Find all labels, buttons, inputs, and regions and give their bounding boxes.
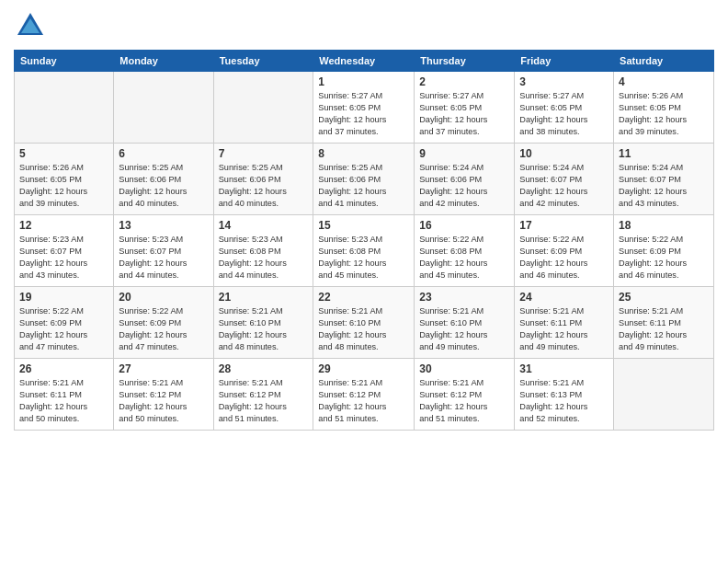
calendar-cell: 23Sunrise: 5:21 AM Sunset: 6:10 PM Dayli… bbox=[415, 287, 515, 359]
calendar-cell: 7Sunrise: 5:25 AM Sunset: 6:06 PM Daylig… bbox=[213, 144, 313, 215]
day-info: Sunrise: 5:22 AM Sunset: 6:09 PM Dayligh… bbox=[119, 305, 208, 353]
day-number: 7 bbox=[219, 147, 309, 160]
day-info: Sunrise: 5:21 AM Sunset: 6:13 PM Dayligh… bbox=[519, 377, 609, 425]
week-row-3: 12Sunrise: 5:23 AM Sunset: 6:07 PM Dayli… bbox=[15, 215, 714, 287]
calendar-cell bbox=[15, 72, 114, 144]
calendar-cell: 9Sunrise: 5:24 AM Sunset: 6:06 PM Daylig… bbox=[415, 144, 515, 215]
calendar-cell: 15Sunrise: 5:23 AM Sunset: 6:08 PM Dayli… bbox=[313, 215, 415, 287]
page: Sunday Monday Tuesday Wednesday Thursday… bbox=[0, 0, 728, 563]
day-info: Sunrise: 5:21 AM Sunset: 6:12 PM Dayligh… bbox=[419, 377, 509, 425]
calendar-cell: 28Sunrise: 5:21 AM Sunset: 6:12 PM Dayli… bbox=[213, 359, 313, 431]
day-number: 18 bbox=[619, 219, 709, 232]
day-info: Sunrise: 5:21 AM Sunset: 6:10 PM Dayligh… bbox=[419, 305, 509, 353]
day-info: Sunrise: 5:22 AM Sunset: 6:09 PM Dayligh… bbox=[619, 234, 709, 282]
day-info: Sunrise: 5:23 AM Sunset: 6:07 PM Dayligh… bbox=[119, 234, 208, 282]
day-info: Sunrise: 5:22 AM Sunset: 6:09 PM Dayligh… bbox=[19, 305, 108, 353]
calendar-cell: 10Sunrise: 5:24 AM Sunset: 6:07 PM Dayli… bbox=[515, 144, 614, 215]
day-info: Sunrise: 5:24 AM Sunset: 6:07 PM Dayligh… bbox=[519, 162, 609, 210]
day-number: 12 bbox=[19, 219, 108, 232]
day-number: 30 bbox=[419, 362, 509, 375]
day-number: 22 bbox=[318, 291, 409, 304]
weekday-header-row: Sunday Monday Tuesday Wednesday Thursday… bbox=[15, 51, 714, 72]
logo bbox=[14, 9, 51, 42]
th-saturday: Saturday bbox=[614, 51, 714, 72]
calendar-cell: 14Sunrise: 5:23 AM Sunset: 6:08 PM Dayli… bbox=[213, 215, 313, 287]
day-number: 31 bbox=[519, 362, 609, 375]
day-info: Sunrise: 5:27 AM Sunset: 6:05 PM Dayligh… bbox=[519, 90, 609, 138]
calendar-cell: 3Sunrise: 5:27 AM Sunset: 6:05 PM Daylig… bbox=[515, 72, 614, 144]
day-info: Sunrise: 5:25 AM Sunset: 6:06 PM Dayligh… bbox=[219, 162, 309, 210]
calendar-cell: 6Sunrise: 5:25 AM Sunset: 6:06 PM Daylig… bbox=[114, 144, 213, 215]
day-number: 28 bbox=[219, 362, 309, 375]
day-number: 6 bbox=[119, 147, 208, 160]
day-number: 29 bbox=[318, 362, 409, 375]
logo-icon bbox=[14, 9, 47, 42]
day-info: Sunrise: 5:22 AM Sunset: 6:08 PM Dayligh… bbox=[419, 234, 509, 282]
day-info: Sunrise: 5:26 AM Sunset: 6:05 PM Dayligh… bbox=[619, 90, 709, 138]
day-number: 24 bbox=[519, 291, 609, 304]
day-info: Sunrise: 5:21 AM Sunset: 6:10 PM Dayligh… bbox=[318, 305, 409, 353]
calendar-cell: 2Sunrise: 5:27 AM Sunset: 6:05 PM Daylig… bbox=[415, 72, 515, 144]
day-number: 27 bbox=[119, 362, 208, 375]
day-info: Sunrise: 5:21 AM Sunset: 6:12 PM Dayligh… bbox=[119, 377, 208, 425]
day-info: Sunrise: 5:24 AM Sunset: 6:06 PM Dayligh… bbox=[419, 162, 509, 210]
day-info: Sunrise: 5:21 AM Sunset: 6:11 PM Dayligh… bbox=[619, 305, 709, 353]
day-number: 17 bbox=[519, 219, 609, 232]
week-row-2: 5Sunrise: 5:26 AM Sunset: 6:05 PM Daylig… bbox=[15, 144, 714, 215]
th-thursday: Thursday bbox=[415, 51, 515, 72]
th-tuesday: Tuesday bbox=[213, 51, 313, 72]
calendar-cell: 12Sunrise: 5:23 AM Sunset: 6:07 PM Dayli… bbox=[15, 215, 114, 287]
calendar-cell: 26Sunrise: 5:21 AM Sunset: 6:11 PM Dayli… bbox=[15, 359, 114, 431]
day-info: Sunrise: 5:24 AM Sunset: 6:07 PM Dayligh… bbox=[619, 162, 709, 210]
day-number: 8 bbox=[318, 147, 409, 160]
day-number: 9 bbox=[419, 147, 509, 160]
week-row-5: 26Sunrise: 5:21 AM Sunset: 6:11 PM Dayli… bbox=[15, 359, 714, 431]
day-info: Sunrise: 5:21 AM Sunset: 6:12 PM Dayligh… bbox=[219, 377, 309, 425]
calendar-cell: 19Sunrise: 5:22 AM Sunset: 6:09 PM Dayli… bbox=[15, 287, 114, 359]
calendar-cell: 20Sunrise: 5:22 AM Sunset: 6:09 PM Dayli… bbox=[114, 287, 213, 359]
day-number: 25 bbox=[619, 291, 709, 304]
day-info: Sunrise: 5:21 AM Sunset: 6:11 PM Dayligh… bbox=[519, 305, 609, 353]
day-number: 26 bbox=[19, 362, 108, 375]
calendar-cell bbox=[114, 72, 213, 144]
calendar-cell: 22Sunrise: 5:21 AM Sunset: 6:10 PM Dayli… bbox=[313, 287, 415, 359]
week-row-4: 19Sunrise: 5:22 AM Sunset: 6:09 PM Dayli… bbox=[15, 287, 714, 359]
calendar-cell bbox=[213, 72, 313, 144]
day-info: Sunrise: 5:21 AM Sunset: 6:11 PM Dayligh… bbox=[19, 377, 108, 425]
header bbox=[14, 9, 714, 42]
day-number: 2 bbox=[419, 75, 509, 88]
week-row-1: 1Sunrise: 5:27 AM Sunset: 6:05 PM Daylig… bbox=[15, 72, 714, 144]
calendar-cell: 21Sunrise: 5:21 AM Sunset: 6:10 PM Dayli… bbox=[213, 287, 313, 359]
calendar-cell: 5Sunrise: 5:26 AM Sunset: 6:05 PM Daylig… bbox=[15, 144, 114, 215]
day-number: 19 bbox=[19, 291, 108, 304]
th-monday: Monday bbox=[114, 51, 213, 72]
calendar-cell: 18Sunrise: 5:22 AM Sunset: 6:09 PM Dayli… bbox=[614, 215, 714, 287]
day-number: 10 bbox=[519, 147, 609, 160]
day-info: Sunrise: 5:21 AM Sunset: 6:10 PM Dayligh… bbox=[219, 305, 309, 353]
day-number: 1 bbox=[318, 75, 409, 88]
day-number: 5 bbox=[19, 147, 108, 160]
day-number: 23 bbox=[419, 291, 509, 304]
day-number: 14 bbox=[219, 219, 309, 232]
calendar-cell: 17Sunrise: 5:22 AM Sunset: 6:09 PM Dayli… bbox=[515, 215, 614, 287]
calendar: Sunday Monday Tuesday Wednesday Thursday… bbox=[14, 50, 714, 431]
calendar-cell: 4Sunrise: 5:26 AM Sunset: 6:05 PM Daylig… bbox=[614, 72, 714, 144]
day-info: Sunrise: 5:25 AM Sunset: 6:06 PM Dayligh… bbox=[119, 162, 208, 210]
th-friday: Friday bbox=[515, 51, 614, 72]
day-info: Sunrise: 5:25 AM Sunset: 6:06 PM Dayligh… bbox=[318, 162, 409, 210]
day-number: 15 bbox=[318, 219, 409, 232]
day-number: 4 bbox=[619, 75, 709, 88]
day-number: 16 bbox=[419, 219, 509, 232]
day-number: 11 bbox=[619, 147, 709, 160]
calendar-cell: 31Sunrise: 5:21 AM Sunset: 6:13 PM Dayli… bbox=[515, 359, 614, 431]
day-info: Sunrise: 5:27 AM Sunset: 6:05 PM Dayligh… bbox=[419, 90, 509, 138]
calendar-cell: 16Sunrise: 5:22 AM Sunset: 6:08 PM Dayli… bbox=[415, 215, 515, 287]
calendar-cell: 29Sunrise: 5:21 AM Sunset: 6:12 PM Dayli… bbox=[313, 359, 415, 431]
th-wednesday: Wednesday bbox=[313, 51, 415, 72]
calendar-cell: 8Sunrise: 5:25 AM Sunset: 6:06 PM Daylig… bbox=[313, 144, 415, 215]
day-number: 13 bbox=[119, 219, 208, 232]
calendar-cell: 1Sunrise: 5:27 AM Sunset: 6:05 PM Daylig… bbox=[313, 72, 415, 144]
day-info: Sunrise: 5:23 AM Sunset: 6:08 PM Dayligh… bbox=[219, 234, 309, 282]
calendar-cell: 30Sunrise: 5:21 AM Sunset: 6:12 PM Dayli… bbox=[415, 359, 515, 431]
day-info: Sunrise: 5:26 AM Sunset: 6:05 PM Dayligh… bbox=[19, 162, 108, 210]
